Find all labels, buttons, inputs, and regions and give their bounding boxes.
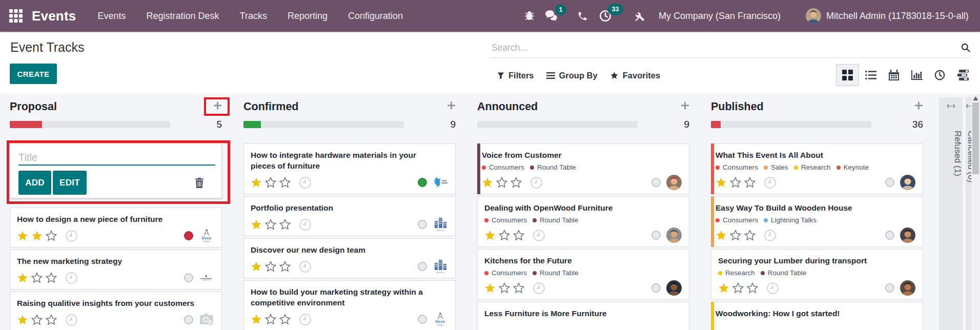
filters-button[interactable]: Filters bbox=[497, 71, 534, 80]
kanban-state-green[interactable] bbox=[418, 178, 427, 187]
kanban-card[interactable]: Securing your Lumber during transport Re… bbox=[711, 249, 923, 300]
kanban-state-red[interactable] bbox=[184, 231, 193, 240]
kanban-state-gray[interactable] bbox=[418, 315, 427, 324]
star-empty-icon[interactable] bbox=[31, 272, 43, 283]
column-progressbar[interactable] bbox=[711, 121, 871, 128]
star-filled-icon[interactable] bbox=[17, 314, 28, 325]
star-filled-icon[interactable] bbox=[718, 282, 729, 294]
star-empty-icon[interactable] bbox=[732, 282, 744, 294]
view-kanban-button[interactable] bbox=[836, 64, 859, 86]
group-by-button[interactable]: Group By bbox=[546, 71, 598, 80]
star-filled-icon[interactable] bbox=[251, 314, 262, 325]
kanban-card[interactable]: How to build your marketing strategy wit… bbox=[243, 280, 456, 330]
star-empty-icon[interactable] bbox=[730, 230, 741, 241]
kanban-card[interactable]: Kitchens for the Future Consumers Round … bbox=[477, 249, 689, 300]
star-filled-icon[interactable] bbox=[482, 177, 493, 188]
search-icon[interactable] bbox=[961, 43, 971, 55]
star-empty-icon[interactable] bbox=[513, 282, 524, 294]
star-filled-icon[interactable] bbox=[251, 261, 262, 272]
star-filled-icon[interactable] bbox=[484, 230, 496, 241]
kanban-card[interactable]: What This Event Is All About Consumers S… bbox=[711, 143, 923, 194]
star-empty-icon[interactable] bbox=[513, 230, 524, 241]
star-filled-icon[interactable] bbox=[251, 177, 262, 188]
star-empty-icon[interactable] bbox=[496, 177, 507, 188]
kanban-state-gray[interactable] bbox=[184, 273, 193, 282]
vertical-scrollbar[interactable] bbox=[971, 94, 980, 330]
activity-clock-icon[interactable] bbox=[65, 314, 78, 326]
star-empty-icon[interactable] bbox=[747, 282, 758, 294]
star-empty-icon[interactable] bbox=[265, 314, 276, 325]
quick-add-button[interactable] bbox=[681, 101, 689, 112]
quick-add-button[interactable] bbox=[914, 101, 923, 112]
star-filled-icon[interactable] bbox=[484, 282, 496, 294]
star-empty-icon[interactable] bbox=[744, 230, 756, 241]
quick-add-button[interactable] bbox=[447, 101, 456, 112]
kanban-state-gray[interactable] bbox=[651, 231, 661, 240]
star-empty-icon[interactable] bbox=[279, 261, 291, 272]
star-empty-icon[interactable] bbox=[279, 219, 291, 230]
activity-clock-icon[interactable] bbox=[764, 229, 777, 242]
create-button[interactable]: CREATE bbox=[10, 64, 57, 84]
bug-icon[interactable] bbox=[524, 0, 535, 32]
scroll-up-arrow[interactable] bbox=[973, 96, 978, 101]
star-empty-icon[interactable] bbox=[499, 282, 510, 294]
kanban-state-gray[interactable] bbox=[885, 283, 894, 293]
star-empty-icon[interactable] bbox=[279, 177, 291, 188]
kanban-card[interactable]: How to integrate hardware materials in y… bbox=[243, 143, 456, 194]
quick-create-title-input[interactable] bbox=[18, 150, 215, 166]
speaker-avatar[interactable] bbox=[666, 228, 682, 243]
user-avatar[interactable] bbox=[806, 8, 821, 24]
star-empty-icon[interactable] bbox=[499, 230, 510, 241]
kanban-card[interactable]: Voice from Customer Consumers Round Tabl… bbox=[477, 143, 689, 194]
star-filled-icon[interactable] bbox=[17, 230, 28, 241]
app-brand[interactable]: Events bbox=[32, 8, 76, 24]
star-empty-icon[interactable] bbox=[265, 261, 276, 272]
activity-clock-icon[interactable] bbox=[65, 272, 78, 284]
column-progressbar[interactable] bbox=[10, 121, 170, 128]
quick-add-button[interactable] bbox=[213, 101, 222, 112]
kanban-card[interactable]: Less Furniture is More Furniture bbox=[477, 302, 689, 330]
activity-clock-icon[interactable] bbox=[533, 229, 545, 242]
menu-item-events[interactable]: Events bbox=[87, 11, 136, 22]
activity-clock-icon[interactable] bbox=[65, 230, 78, 242]
star-filled-icon[interactable] bbox=[716, 230, 727, 241]
star-filled-icon[interactable] bbox=[17, 272, 28, 283]
menu-item-registration-desk[interactable]: Registration Desk bbox=[136, 11, 230, 22]
view-activity-button[interactable] bbox=[928, 64, 951, 86]
user-menu[interactable]: Mitchell Admin (11783018-15-0-all) bbox=[826, 0, 969, 32]
star-empty-icon[interactable] bbox=[46, 272, 57, 283]
favorites-button[interactable]: Favorites bbox=[610, 71, 660, 80]
star-empty-icon[interactable] bbox=[265, 219, 276, 230]
speaker-avatar[interactable] bbox=[666, 175, 682, 190]
kanban-state-gray[interactable] bbox=[651, 178, 661, 187]
view-calendar-button[interactable] bbox=[882, 64, 905, 86]
kanban-card[interactable]: Discover our new design team *ACE Inc bbox=[243, 238, 456, 278]
star-filled-icon[interactable] bbox=[251, 219, 262, 230]
kanban-card[interactable]: Portfolio presentation *ACE Inc bbox=[243, 196, 456, 236]
speaker-avatar[interactable] bbox=[666, 280, 682, 296]
kanban-card[interactable]: Raising qualitive insights from your cus… bbox=[10, 292, 222, 330]
add-photo-icon[interactable] bbox=[199, 313, 214, 326]
star-empty-icon[interactable] bbox=[279, 314, 291, 325]
company-switcher[interactable]: My Company (San Francisco) bbox=[659, 0, 781, 32]
kanban-state-gray[interactable] bbox=[885, 231, 894, 240]
star-filled-icon[interactable] bbox=[31, 230, 43, 241]
quick-create-edit-button[interactable]: EDIT bbox=[53, 171, 87, 195]
kanban-state-gray[interactable] bbox=[418, 262, 427, 271]
activity-clock-icon[interactable] bbox=[764, 176, 777, 189]
star-empty-icon[interactable] bbox=[730, 177, 741, 188]
speaker-avatar[interactable] bbox=[900, 280, 915, 296]
apps-menu-icon[interactable] bbox=[0, 0, 32, 32]
view-gantt-button[interactable] bbox=[951, 64, 974, 86]
activity-clock-icon[interactable] bbox=[530, 176, 543, 189]
activity-clock-icon[interactable] bbox=[766, 282, 779, 295]
column-progressbar[interactable] bbox=[243, 121, 404, 128]
star-empty-icon[interactable] bbox=[46, 314, 57, 325]
star-empty-icon[interactable] bbox=[744, 177, 756, 188]
star-empty-icon[interactable] bbox=[31, 314, 43, 325]
kanban-state-gray[interactable] bbox=[184, 315, 193, 324]
kanban-card[interactable]: The new marketing strategy bbox=[10, 250, 222, 290]
star-empty-icon[interactable] bbox=[46, 230, 57, 241]
star-filled-icon[interactable] bbox=[716, 177, 727, 188]
activity-clock-icon[interactable] bbox=[299, 313, 312, 326]
